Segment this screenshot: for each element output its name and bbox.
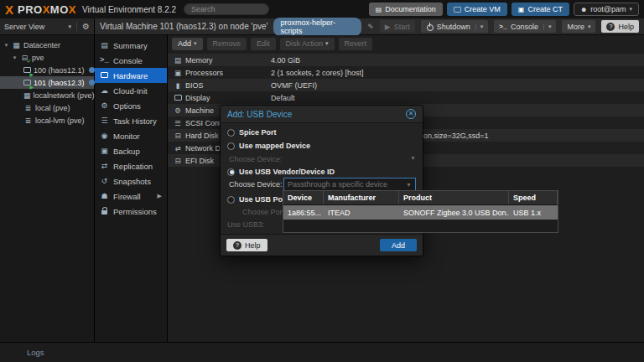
- nav-item-task-history[interactable]: ☰Task History: [95, 113, 167, 128]
- add-button[interactable]: Add▾: [172, 38, 203, 50]
- tree-item-localnetwork[interactable]: ▦ localnetwork (pve): [0, 89, 94, 101]
- chevron-down-icon: ▾: [325, 40, 329, 47]
- gears-icon: ⚙: [173, 106, 183, 115]
- chevron-down-icon: ▾: [194, 40, 197, 47]
- table-row-memory[interactable]: ▤Memory4.00 GiB: [168, 54, 644, 66]
- disk-action-button[interactable]: Disk Action▾: [280, 38, 335, 50]
- device-list-item[interactable]: 1a86:55... ITEAD SONOFF Zigbee 3.0 USB D…: [283, 205, 558, 220]
- tree-item-storage-local[interactable]: ≣ local (pve): [0, 101, 94, 114]
- online-check-icon: ✔: [27, 58, 31, 64]
- column-header-product[interactable]: Product: [399, 191, 509, 204]
- mapped-device-combo-disabled[interactable]: ▼: [410, 155, 416, 161]
- radio-use-mapped-device[interactable]: Use mapped Device: [227, 142, 310, 150]
- nav-item-backup[interactable]: ▣Backup: [95, 143, 167, 158]
- chip-icon: ▮: [173, 81, 183, 90]
- exchange-icon: ⇄: [173, 144, 183, 153]
- node-icon: ⊟✔: [20, 54, 29, 62]
- question-icon: ?: [233, 241, 242, 250]
- choose-device-combobox[interactable]: Passthrough a specific device ▼: [283, 178, 416, 191]
- radio-spice-port[interactable]: Spice Port: [227, 128, 277, 137]
- create-ct-button[interactable]: ▣ Create CT: [512, 3, 569, 16]
- remove-button[interactable]: Remove: [207, 38, 247, 50]
- nav-item-monitor[interactable]: ◉Monitor: [95, 128, 167, 143]
- dialog-footer: ? Help Add: [221, 234, 423, 256]
- chevron-down-icon[interactable]: ▼: [406, 182, 412, 188]
- console-button[interactable]: >_ Console ▾: [494, 20, 556, 33]
- submenu-arrow-icon: ▶: [158, 193, 162, 199]
- edit-button[interactable]: Edit: [251, 38, 276, 50]
- proxmox-logo: PROXMOX: [18, 3, 76, 16]
- nav-item-console[interactable]: >_Console: [95, 53, 167, 68]
- dropdown-header-row: Device Manufacturer Product Speed: [283, 191, 558, 205]
- column-header-device[interactable]: Device: [283, 191, 324, 204]
- table-row-bios[interactable]: ▮BIOSOVMF (UEFI): [168, 79, 644, 91]
- revert-button[interactable]: Revert: [339, 38, 373, 50]
- tag-color-dot: [89, 80, 95, 85]
- eye-icon: ◉: [100, 132, 109, 140]
- radio-icon[interactable]: [227, 142, 235, 150]
- memory-icon: ▤: [173, 56, 183, 65]
- hardware-toolbar: Add▾ Remove Edit Disk Action▾ Revert: [168, 35, 644, 52]
- radio-icon[interactable]: [227, 129, 235, 137]
- radio-icon[interactable]: [227, 196, 235, 204]
- documentation-button[interactable]: ▤ Documentation: [369, 3, 443, 16]
- tree-settings-gear-icon[interactable]: ⚙: [76, 22, 90, 31]
- cloud-icon: ☁: [100, 86, 109, 95]
- close-icon[interactable]: ✕: [406, 109, 416, 119]
- tree-item-vm-101[interactable]: ▶ 101 (haos12.3): [0, 76, 94, 89]
- chevron-down-icon: ▼: [410, 155, 416, 161]
- logs-label[interactable]: Logs: [27, 348, 44, 357]
- nav-item-hardware[interactable]: Hardware: [95, 68, 167, 83]
- dialog-add-button[interactable]: Add: [380, 239, 417, 251]
- logs-bottom-bar[interactable]: Logs: [0, 342, 644, 362]
- desktop-icon: [100, 71, 109, 80]
- radio-selected-icon[interactable]: [227, 168, 235, 176]
- column-header-speed[interactable]: Speed: [509, 191, 558, 204]
- running-icon: ▶: [29, 72, 34, 77]
- gear-icon: ⚙: [100, 101, 109, 110]
- nav-item-snapshots[interactable]: ↺Snapshots: [95, 173, 167, 189]
- chevron-down-icon: ▾: [629, 6, 632, 13]
- column-header-manufacturer[interactable]: Manufacturer: [324, 191, 399, 204]
- top-header-bar: X PROXMOX Virtual Environment 8.2.2 ▤ Do…: [0, 0, 644, 18]
- search-input[interactable]: [184, 3, 269, 15]
- table-row-display[interactable]: DisplayDefault: [168, 91, 644, 104]
- storage-icon: ≣: [23, 104, 33, 112]
- tree-view-selector[interactable]: Server View ▾ ⚙: [0, 18, 94, 35]
- help-button[interactable]: ? Help: [601, 20, 639, 33]
- more-button[interactable]: More ▾: [562, 20, 595, 33]
- list-icon: ☰: [100, 116, 109, 125]
- nav-item-options[interactable]: ⚙Options: [95, 98, 167, 113]
- radio-use-usb-vendor-device-id[interactable]: Use USB Vendor/Device ID: [227, 168, 335, 176]
- chevron-down-icon[interactable]: ▾: [475, 23, 484, 30]
- nav-item-firewall[interactable]: ☗Firewall▶: [95, 189, 167, 204]
- radio-use-usb-port[interactable]: Use USB Port: [227, 195, 288, 204]
- resource-tree: ▼ ▦ Datacenter ▼ ⊟✔ pve ▶ 100 (haos12.1)…: [0, 35, 94, 127]
- create-vm-button[interactable]: Create VM: [447, 3, 507, 16]
- table-row-processors[interactable]: ▣Processors2 (1 sockets, 2 cores) [host]: [168, 66, 644, 79]
- datacenter-icon: ▦: [12, 41, 21, 49]
- proxmox-app: X PROXMOX Virtual Environment 8.2.2 ▤ Do…: [0, 0, 644, 362]
- shutdown-button[interactable]: Shutdown ▾: [421, 20, 489, 33]
- nav-item-summary[interactable]: ▤Summary: [95, 38, 167, 53]
- start-button[interactable]: ▶ Start: [380, 20, 415, 33]
- monitor-icon: [454, 7, 461, 13]
- tree-item-vm-100[interactable]: ▶ 100 (haos12.1): [0, 64, 94, 76]
- tree-item-node-pve[interactable]: ▼ ⊟✔ pve: [0, 51, 94, 64]
- chevron-down-icon[interactable]: ▾: [543, 23, 552, 30]
- user-menu-button[interactable]: ☻ root@pam ▾: [574, 3, 639, 16]
- dialog-header[interactable]: Add: USB Device ✕: [221, 106, 423, 123]
- nav-item-replication[interactable]: ⇄Replication: [95, 158, 167, 173]
- tree-item-datacenter[interactable]: ▼ ▦ Datacenter: [0, 39, 94, 51]
- edit-tags-pencil-icon[interactable]: ✎: [367, 23, 374, 31]
- nav-item-permissions[interactable]: Permissions: [95, 204, 167, 219]
- vm-tag[interactable]: proxmox-helper-scripts: [273, 18, 361, 36]
- combobox-placeholder: Passthrough a specific device: [288, 180, 387, 189]
- resource-tree-panel: Server View ▾ ⚙ ▼ ▦ Datacenter ▼ ⊟✔ pve …: [0, 18, 95, 342]
- tree-item-storage-local-lvm[interactable]: ≣ local-lvm (pve): [0, 114, 94, 127]
- nav-item-cloud-init[interactable]: ☁Cloud-Init: [95, 83, 167, 98]
- device-dropdown-list: Device Manufacturer Product Speed 1a86:5…: [283, 190, 558, 233]
- expand-caret-icon[interactable]: ▼: [3, 43, 9, 48]
- expand-caret-icon[interactable]: ▼: [12, 55, 18, 60]
- dialog-help-button[interactable]: ? Help: [226, 239, 267, 251]
